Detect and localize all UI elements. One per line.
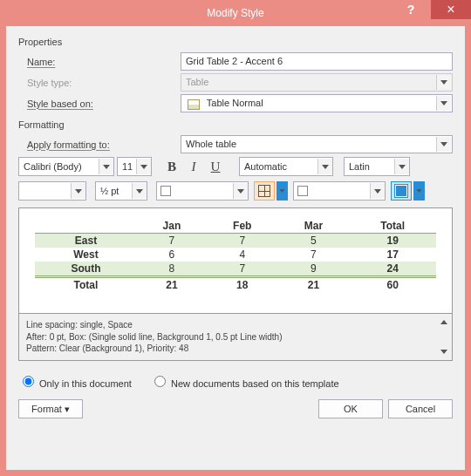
chevron-down-icon[interactable] [394,159,409,174]
chevron-down-icon[interactable] [370,183,385,199]
table-row: East 7 7 5 19 [35,234,436,248]
pen-color-select[interactable] [156,181,249,201]
name-label: Name: [27,57,55,67]
font-color-select[interactable]: Automatic [239,157,333,176]
underline-button[interactable]: U [206,157,225,176]
radio-only-document[interactable]: Only in this document [18,378,134,389]
table-row: South 8 7 9 24 [35,262,436,277]
bold-button[interactable]: B [162,157,181,176]
section-properties: Properties [18,37,453,47]
borders-button[interactable] [254,181,275,201]
chevron-down-icon[interactable] [71,183,85,199]
italic-button[interactable]: I [184,157,203,176]
chevron-down-icon[interactable] [99,159,113,174]
help-button[interactable]: ? [391,0,431,19]
modify-style-dialog: Modify Style ? × Properties Name: Grid T… [0,0,471,476]
scrollbar[interactable] [438,316,450,358]
name-input[interactable]: Grid Table 2 - Accent 6 [181,52,453,71]
color-swatch-icon [160,186,171,196]
apply-to-label: Apply formatting to: [27,139,110,150]
section-formatting: Formatting [18,119,453,130]
based-on-label: Style based on: [27,99,93,109]
table-style-icon [186,98,201,110]
table-row: West 6 4 7 17 [35,248,436,262]
font-toolbar: Calibri (Body) 11 B I U Automatic Latin [18,157,453,176]
chevron-down-icon[interactable] [132,183,147,199]
style-description: Line spacing: single, Space After: 0 pt,… [18,314,453,361]
color-swatch-icon [297,186,308,196]
cancel-button[interactable]: Cancel [388,399,453,418]
dialog-body: Properties Name: Grid Table 2 - Accent 6… [6,26,465,470]
shading-color-select[interactable] [293,181,386,201]
close-button[interactable]: × [431,0,471,19]
shading-button[interactable] [391,181,412,201]
style-type-label: Style type: [18,78,181,88]
scope-radio-group: Only in this document New documents base… [18,373,453,389]
radio-new-documents[interactable]: New documents based on this template [150,378,339,389]
chevron-down-icon[interactable] [436,137,451,152]
chevron-down-icon[interactable] [317,159,332,174]
shading-dropdown[interactable] [413,181,425,201]
line-weight-select[interactable]: ½ pt [95,181,147,201]
line-style-select[interactable] [18,181,86,201]
style-type-select: Table [181,73,453,92]
font-size-select[interactable]: 11 [117,157,152,176]
fill-icon [395,185,407,197]
apply-to-select[interactable]: Whole table [181,135,453,153]
borders-dropdown[interactable] [276,181,288,201]
scroll-down-icon[interactable] [438,346,450,358]
chevron-down-icon [436,75,451,90]
preview-table: Jan Feb Mar Total East 7 7 5 19 [35,219,436,292]
font-family-select[interactable]: Calibri (Body) [18,157,114,176]
table-row: Total 21 18 21 60 [35,277,436,293]
chevron-down-icon[interactable] [233,183,248,199]
scroll-up-icon[interactable] [438,316,450,328]
format-button[interactable]: Format ▾ [18,399,83,418]
borders-grid-icon [258,185,270,197]
border-toolbar: ½ pt [18,181,453,201]
script-select[interactable]: Latin [344,157,410,176]
chevron-down-icon[interactable] [136,159,151,174]
based-on-select[interactable]: Table Normal [181,94,453,112]
ok-button[interactable]: OK [318,399,383,418]
table-preview: Jan Feb Mar Total East 7 7 5 19 [18,207,453,314]
chevron-down-icon[interactable] [436,96,451,111]
title-bar[interactable]: Modify Style ? × [0,0,471,26]
